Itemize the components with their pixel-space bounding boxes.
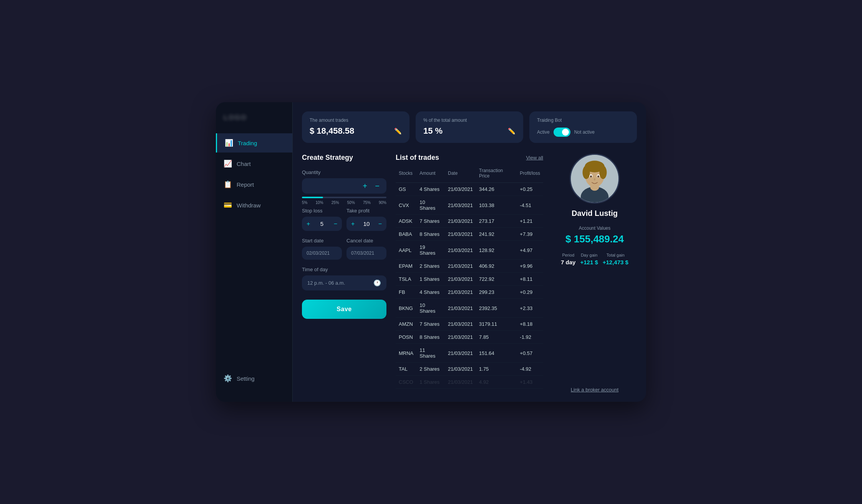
total-amount-value: 15 % ✏️ [423,126,516,136]
sidebar: LOGO 📊 Trading 📈 Chart 📋 Report 💳 Withdr… [216,102,293,402]
sidebar-item-label-chart: Chart [237,161,251,167]
trades-body: GS 4 Shares 21/03/2021 344.26 +0.25 CVX … [396,183,543,389]
start-date-label: Start date [302,238,342,244]
right-panel: David Lustig Account Values $ 155,489.24… [552,154,637,393]
svg-point-10 [590,175,592,177]
sidebar-item-trading[interactable]: 📊 Trading [216,133,292,153]
quantity-label: Quantity [302,169,386,175]
table-row: CVX 10 Shares 21/03/2021 103.38 -4.51 [396,196,543,215]
stop-loss-plus-btn[interactable]: + [307,221,310,227]
trading-bot-toggle[interactable] [554,128,570,137]
cell-date: 21/03/2021 [445,299,476,318]
cell-stock: TAL [396,363,416,376]
report-icon: 📋 [224,180,232,189]
table-row: FB 4 Shares 21/03/2021 299.23 +0.29 [396,286,543,299]
sidebar-logo: LOGO [216,114,292,133]
take-profit-plus-btn[interactable]: + [351,221,355,227]
account-values-label: Account Values [579,225,611,231]
cell-profit: -1.92 [517,331,543,344]
sidebar-setting-label: Setting [237,375,255,382]
trades-table: Stocks Amount Date Transaction Price Pro… [396,168,543,389]
cell-date: 21/03/2021 [445,376,476,389]
cell-stock: MRNA [396,344,416,363]
col-profit: Profit/loss [517,168,543,183]
cell-profit: +8.11 [517,273,543,286]
cell-profit: +1.43 [517,376,543,389]
quantity-plus-btn[interactable]: + [361,182,369,190]
stop-loss-minus-btn[interactable]: − [334,221,337,227]
time-of-day-label: Time of day [302,267,386,272]
save-button[interactable]: Save [302,300,386,319]
user-name: David Lustig [572,209,618,218]
total-gain-col: Total gain +12,473 $ [603,253,628,265]
sidebar-nav: 📊 Trading 📈 Chart 📋 Report 💳 Withdraw [216,133,292,366]
cell-date: 21/03/2021 [445,260,476,273]
total-amount-edit-icon[interactable]: ✏️ [508,128,516,135]
total-gain-label: Total gain [603,253,628,257]
cell-amount: 1 Shares [416,376,445,389]
cell-stock: CVX [396,196,416,215]
sidebar-item-chart[interactable]: 📈 Chart [216,154,292,173]
cell-date: 21/03/2021 [445,241,476,260]
cell-price: 344.26 [476,183,517,196]
stop-loss-label: Stop loss [302,208,342,214]
cell-amount: 10 Shares [416,196,445,215]
cell-price: 151.64 [476,344,517,363]
cell-profit: +9.96 [517,260,543,273]
take-profit-minus-btn[interactable]: − [378,221,382,227]
cell-amount: 10 Shares [416,299,445,318]
amount-trades-value: $ 18,458.58 ✏️ [310,126,402,136]
cell-amount: 4 Shares [416,183,445,196]
period-value: 7 day [561,259,575,265]
table-row: AMZN 7 Shares 21/03/2021 3179.11 +8.18 [396,318,543,331]
cell-date: 21/03/2021 [445,331,476,344]
view-all-link[interactable]: View all [526,155,543,161]
cell-date: 21/03/2021 [445,273,476,286]
cell-amount: 7 Shares [416,318,445,331]
table-row: CSCO 1 Shares 21/03/2021 4.92 +1.43 [396,376,543,389]
sidebar-item-label-report: Report [237,181,254,188]
cell-price: 722.92 [476,273,517,286]
strategy-panel: Create Strategy Quantity + − 5% 10% 25% … [302,154,386,393]
table-row: TSLA 1 Shares 21/03/2021 722.92 +8.11 [396,273,543,286]
sidebar-item-label-trading: Trading [238,140,257,146]
cell-price: 241.92 [476,228,517,241]
strategy-title: Create Strategy [302,154,386,162]
sidebar-item-setting[interactable]: ⚙️ Setting [224,374,285,383]
cell-date: 21/03/2021 [445,183,476,196]
table-row: GS 4 Shares 21/03/2021 344.26 +0.25 [396,183,543,196]
profile-stats-grid: Period 7 day Day gain +121 $ Total gain … [552,253,637,265]
trading-bot-card: Traiding Bot Active Not active [529,111,637,143]
cancel-date-input[interactable]: 07/03/2021 [346,247,386,260]
total-amount-card: % of the total amount 15 % ✏️ [416,111,523,143]
cell-date: 21/03/2021 [445,318,476,331]
cell-amount: 19 Shares [416,241,445,260]
cell-amount: 7 Shares [416,215,445,228]
chart-icon: 📈 [224,159,232,168]
cell-amount: 2 Shares [416,260,445,273]
body-row: Create Strategy Quantity + − 5% 10% 25% … [302,154,637,393]
period-col: Period 7 day [561,253,575,265]
cell-price: 299.23 [476,286,517,299]
cell-amount: 2 Shares [416,363,445,376]
quantity-minus-btn[interactable]: − [373,182,381,190]
col-amount: Amount [416,168,445,183]
take-profit-label: Take profit [346,208,386,214]
cell-price: 128.92 [476,241,517,260]
sidebar-item-report[interactable]: 📋 Report [216,175,292,194]
cell-price: 273.17 [476,215,517,228]
start-date-input[interactable]: 02/03/2021 [302,247,342,260]
take-profit-value: 10 [358,220,375,227]
cell-profit: -4.92 [517,363,543,376]
svg-point-12 [594,178,595,181]
cell-amount: 1 Shares [416,273,445,286]
stop-loss-input: + 5 − [302,217,342,231]
time-of-day-field[interactable]: 12 p.m. - 06 a.m. 🕐 [302,275,386,290]
broker-link[interactable]: Link a broker account [571,387,618,393]
cell-stock: CSCO [396,376,416,389]
slider-track[interactable] [302,197,386,198]
sidebar-item-withdraw[interactable]: 💳 Withdraw [216,196,292,215]
avatar [570,154,620,204]
amount-trades-edit-icon[interactable]: ✏️ [394,128,402,135]
cell-stock: AAPL [396,241,416,260]
